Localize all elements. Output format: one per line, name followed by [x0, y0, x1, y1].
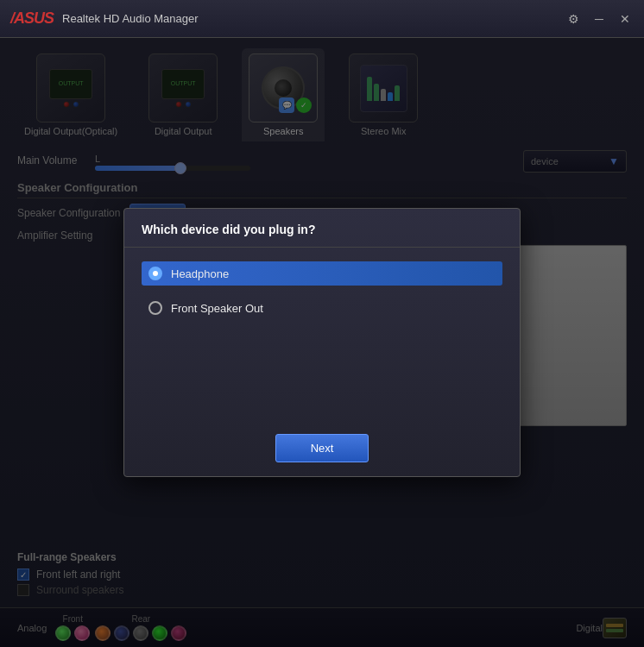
radio-front-speaker-circle	[148, 301, 162, 315]
radio-headphone-circle	[148, 267, 162, 280]
dialog-header: Which device did you plug in?	[124, 209, 520, 248]
dialog-title: Which device did you plug in?	[142, 223, 502, 236]
radio-headphone[interactable]: Headphone	[142, 261, 502, 286]
main-content: OUTPUT Digital Output(Optical) OUTPUT	[0, 38, 644, 647]
radio-front-speaker[interactable]: Front Speaker Out	[142, 296, 502, 320]
dialog-box: Which device did you plug in? Headphone …	[123, 208, 521, 477]
dialog-body: Headphone Front Speaker Out	[124, 248, 520, 420]
dialog-overlay: Which device did you plug in? Headphone …	[0, 38, 644, 647]
titlebar: /ASUS Realtek HD Audio Manager ⚙ ─ ✕	[0, 0, 644, 38]
app-title: Realtek HD Audio Manager	[62, 12, 565, 25]
dialog-footer: Next	[124, 420, 520, 476]
settings-icon[interactable]: ⚙	[565, 10, 582, 28]
next-button[interactable]: Next	[275, 434, 369, 462]
asus-logo: /ASUS	[10, 9, 54, 28]
close-icon[interactable]: ✕	[616, 10, 634, 28]
radio-headphone-label: Headphone	[171, 267, 229, 280]
minimize-icon[interactable]: ─	[590, 10, 608, 28]
radio-front-speaker-label: Front Speaker Out	[171, 302, 263, 315]
